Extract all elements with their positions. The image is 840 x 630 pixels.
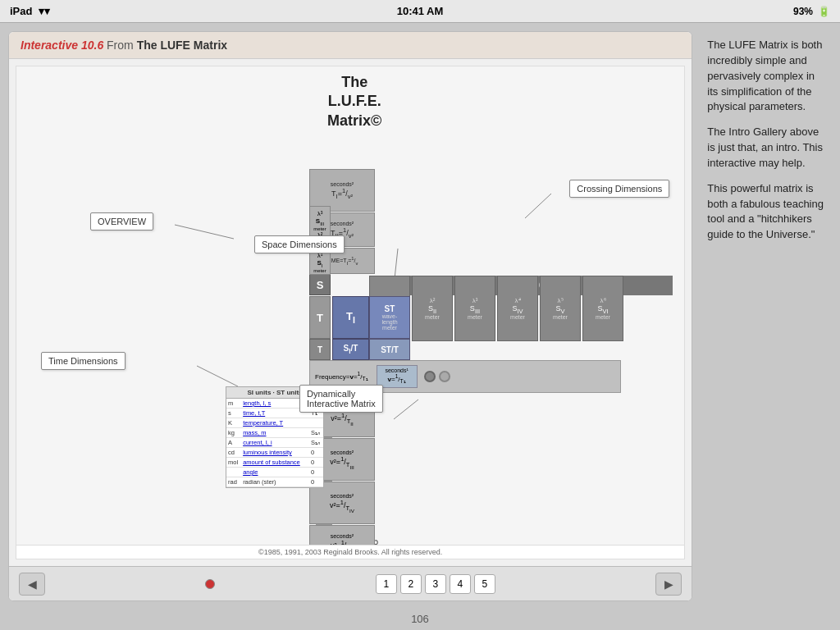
svg-line-0: [175, 225, 234, 239]
si-row: Acurrent, I, iS₁ₙ: [226, 438, 323, 448]
space-cell-sv: λ⁵ SV meter: [540, 276, 581, 341]
ts-cell: TI: [332, 296, 369, 339]
t-header-cell: T: [309, 296, 331, 339]
description-para1: The LUFE Matrix is both incredibly simpl…: [707, 38, 825, 115]
wifi-icon: ▾▾: [39, 5, 50, 17]
st2-cell: SI/T: [332, 339, 369, 360]
s-header-cell: S: [309, 274, 331, 295]
svg-line-3: [197, 366, 238, 386]
interactive-label: Interactive 10.6: [21, 39, 103, 52]
nav-page-3[interactable]: 3: [425, 574, 446, 594]
nav-page-2[interactable]: 2: [400, 574, 422, 594]
main-content: Interactive 10.6 From The LUFE Matrix: [0, 23, 840, 609]
title-line2: L.U.F.E.: [123, 92, 586, 111]
status-right: 93% 🔋: [793, 6, 830, 17]
ipad-label: iPad: [10, 5, 32, 17]
title-line1: The: [123, 73, 586, 92]
svg-line-1: [525, 194, 551, 218]
callout-crossing: Crossing Dimensions: [569, 180, 669, 198]
nav-dots: [205, 579, 215, 589]
si-row: molamount of substance0: [226, 458, 323, 468]
si-row: cdluminous intensity0: [226, 448, 323, 458]
space-cell-svi: λ⁶ SVI meter: [582, 276, 623, 341]
nav-pages: 1 2 3 4 5: [376, 574, 495, 594]
st3-cell: ST/T: [369, 339, 410, 360]
callout-time: Time Dimensions: [41, 352, 126, 370]
title-line3: Matrix©: [123, 112, 586, 130]
description-para3: This powerful matrix is both a fabulous …: [707, 181, 825, 243]
status-left: iPad ▾▾: [10, 5, 50, 17]
status-bar: iPad ▾▾ 10:41 AM 93% 🔋: [0, 0, 840, 23]
space-cell-siii: λ³ SIII meter: [454, 276, 495, 341]
panel-body: → ∞ ↓ ∞ The L.U.F.E. Matrix© S P A C E: [9, 59, 692, 566]
status-time: 10:41 AM: [397, 5, 444, 17]
matrix-title: The L.U.F.E. Matrix©: [123, 73, 586, 130]
panel-header: Interactive 10.6 From The LUFE Matrix: [9, 32, 692, 59]
si-row: radradian (ster)0: [226, 477, 323, 487]
svg-line-4: [394, 399, 418, 419]
si-row: kgmass, mS₁ₙ: [226, 428, 323, 438]
left-panel: Interactive 10.6 From The LUFE Matrix: [8, 31, 692, 601]
space-cell-sii: λ² SII meter: [412, 276, 453, 341]
callout-space: Space Dimensions: [254, 235, 345, 253]
next-button[interactable]: ▶: [655, 573, 682, 596]
description-para2: The Intro Gallery above is just that, an…: [707, 125, 825, 171]
battery-label: 93%: [793, 6, 813, 17]
nav-page-1[interactable]: 1: [376, 574, 397, 594]
page-number: 106: [0, 609, 840, 630]
copyright-text: ©1985, 1991, 2003 Reginald Brooks. All r…: [16, 545, 684, 559]
t2-header-cell: T: [309, 339, 331, 360]
nav-dot-active[interactable]: [205, 579, 215, 589]
callout-overview: OVERVIEW: [90, 212, 153, 231]
battery-icon: 🔋: [818, 6, 830, 17]
callout-dynamic: Dynamically Interactive Matrix: [299, 385, 383, 413]
prev-button[interactable]: ◀: [19, 573, 45, 596]
nav-page-4[interactable]: 4: [450, 574, 471, 594]
st-cell: ST wave- length meter: [369, 296, 410, 339]
lufe-label: The LUFE Matrix: [137, 39, 227, 52]
right-panel: The LUFE Matrix is both incredibly simpl…: [701, 31, 832, 601]
from-label: From: [107, 39, 137, 52]
matrix-container[interactable]: → ∞ ↓ ∞ The L.U.F.E. Matrix© S P A C E: [16, 66, 685, 559]
si-row: Ktemperature, T: [226, 418, 323, 428]
si-row: angle0: [226, 468, 323, 477]
nav-page-5[interactable]: 5: [474, 574, 495, 594]
space-cell-siv: λ⁴ SIV meter: [497, 276, 538, 341]
nav-bar: ◀ 1 2 3 4 5 ▶: [9, 566, 692, 600]
